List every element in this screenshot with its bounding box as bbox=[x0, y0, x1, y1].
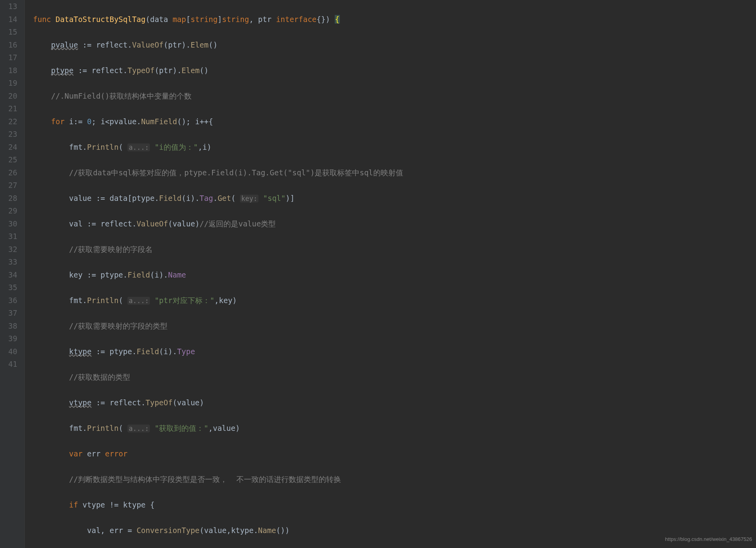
line-number: 16 bbox=[3, 39, 17, 51]
code-line: val := reflect.ValueOf(value)//返回的是value… bbox=[33, 217, 403, 230]
code-line: if vtype != ktype { bbox=[33, 498, 403, 511]
watermark-text: https://blog.csdn.net/weixin_43867526 bbox=[665, 533, 752, 546]
line-number: 36 bbox=[3, 294, 17, 307]
line-number: 35 bbox=[3, 281, 17, 294]
code-line: var err error bbox=[33, 447, 403, 460]
line-number: 19 bbox=[3, 77, 17, 90]
line-number: 21 bbox=[3, 102, 17, 115]
code-line: fmt.Println( a...: "ptr对应下标：",key) bbox=[33, 294, 403, 307]
code-area[interactable]: func DataToStructBySqlTag(data map[strin… bbox=[31, 0, 403, 548]
line-number: 32 bbox=[3, 243, 17, 256]
code-editor[interactable]: 13 14 15 16 17 18 19 20 21 22 23 24 25 2… bbox=[0, 0, 756, 548]
line-number: 20 bbox=[3, 90, 17, 103]
code-line: //获取需要映射的字段名 bbox=[33, 243, 403, 256]
line-number: 30 bbox=[3, 217, 17, 230]
line-number: 26 bbox=[3, 166, 17, 179]
line-number: 23 bbox=[3, 128, 17, 141]
line-number: 31 bbox=[3, 230, 17, 243]
line-number: 13 bbox=[3, 0, 17, 13]
code-line: ptype := reflect.TypeOf(ptr).Elem() bbox=[33, 64, 403, 77]
code-line: fmt.Println( a...: "获取到的值：",value) bbox=[33, 422, 403, 435]
code-line: key := ptype.Field(i).Name bbox=[33, 268, 403, 281]
code-line: func DataToStructBySqlTag(data map[strin… bbox=[33, 13, 403, 26]
line-number: 29 bbox=[3, 204, 17, 217]
line-number: 33 bbox=[3, 256, 17, 268]
line-number: 22 bbox=[3, 115, 17, 128]
line-number: 41 bbox=[3, 358, 17, 371]
line-number: 17 bbox=[3, 51, 17, 64]
code-line: fmt.Println( a...: "i的值为：",i) bbox=[33, 141, 403, 154]
code-line: ktype := ptype.Field(i).Type bbox=[33, 345, 403, 358]
line-number: 25 bbox=[3, 153, 17, 166]
code-line: //获取data中sql标签对应的值，ptype.Field(i).Tag.Ge… bbox=[33, 166, 403, 179]
fold-column[interactable] bbox=[24, 0, 31, 548]
line-number: 18 bbox=[3, 64, 17, 77]
code-line: //获取需要映射的字段的类型 bbox=[33, 320, 403, 333]
code-line: //判断数据类型与结构体中字段类型是否一致， 不一致的话进行数据类型的转换 bbox=[33, 473, 403, 486]
code-line: //获取数据的类型 bbox=[33, 371, 403, 384]
line-number: 27 bbox=[3, 179, 17, 192]
code-line: pvalue := reflect.ValueOf(ptr).Elem() bbox=[33, 39, 403, 51]
line-number: 38 bbox=[3, 320, 17, 333]
code-line: value := data[ptype.Field(i).Tag.Get( ke… bbox=[33, 192, 403, 205]
code-line: //.NumField()获取结构体中变量的个数 bbox=[33, 90, 403, 103]
line-number: 39 bbox=[3, 332, 17, 345]
code-line: for i:= 0; i<pvalue.NumField(); i++{ bbox=[33, 115, 403, 128]
line-number: 15 bbox=[3, 26, 17, 39]
code-line: val, err = ConversionType(value,ktype.Na… bbox=[33, 524, 403, 537]
line-number-gutter: 13 14 15 16 17 18 19 20 21 22 23 24 25 2… bbox=[0, 0, 24, 548]
line-number: 34 bbox=[3, 268, 17, 281]
code-line: vtype := reflect.TypeOf(value) bbox=[33, 396, 403, 409]
line-number: 24 bbox=[3, 141, 17, 154]
line-number: 14 bbox=[3, 13, 17, 26]
line-number: 28 bbox=[3, 192, 17, 205]
line-number: 40 bbox=[3, 345, 17, 358]
line-number: 37 bbox=[3, 307, 17, 320]
